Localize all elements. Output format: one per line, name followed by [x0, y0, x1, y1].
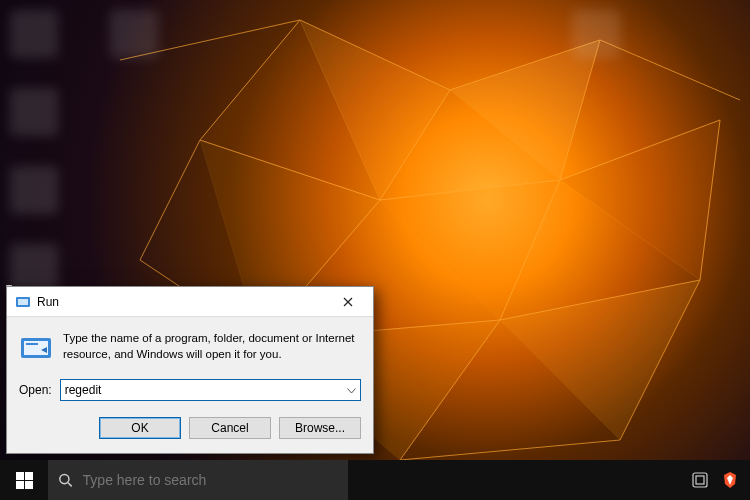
run-open-row: Open:	[7, 371, 373, 407]
run-button-row: OK Cancel Browse...	[7, 407, 373, 453]
desktop-icon[interactable]	[110, 10, 158, 58]
desktop-icon[interactable]	[10, 244, 58, 292]
desktop-icon[interactable]	[10, 10, 58, 58]
svg-marker-4	[500, 280, 700, 440]
svg-rect-40	[696, 476, 704, 484]
tray-brave-icon[interactable]	[720, 470, 740, 490]
run-title-icon	[15, 294, 31, 310]
run-body: Type the name of a program, folder, docu…	[7, 317, 373, 371]
svg-line-38	[68, 483, 72, 487]
svg-point-37	[60, 475, 69, 484]
svg-rect-35	[16, 481, 24, 489]
svg-marker-1	[450, 40, 600, 180]
svg-rect-36	[25, 481, 33, 489]
svg-rect-29	[18, 299, 28, 305]
chevron-down-icon[interactable]	[347, 383, 356, 397]
run-body-icon	[19, 331, 53, 365]
open-combobox[interactable]	[60, 379, 361, 401]
close-button[interactable]	[327, 288, 369, 316]
svg-marker-2	[380, 180, 560, 320]
cancel-button[interactable]: Cancel	[189, 417, 271, 439]
svg-line-11	[600, 40, 740, 100]
taskbar	[0, 460, 750, 500]
run-description: Type the name of a program, folder, docu…	[63, 331, 361, 365]
open-label: Open:	[19, 383, 52, 397]
svg-rect-39	[693, 473, 707, 487]
open-input[interactable]	[65, 383, 356, 397]
desktop-icon[interactable]	[10, 88, 58, 136]
windows-logo-icon	[16, 472, 33, 489]
svg-line-27	[140, 140, 200, 260]
system-tray	[680, 470, 750, 490]
svg-line-17	[400, 440, 620, 460]
svg-rect-33	[16, 472, 24, 480]
close-icon	[343, 297, 353, 307]
desktop-icons-column	[10, 10, 58, 292]
taskbar-search[interactable]	[48, 460, 348, 500]
svg-rect-34	[25, 472, 33, 480]
tray-app-icon[interactable]	[690, 470, 710, 490]
taskbar-search-input[interactable]	[83, 472, 338, 488]
run-titlebar[interactable]: Run	[7, 287, 373, 317]
svg-marker-3	[560, 120, 720, 280]
search-icon	[58, 472, 73, 488]
browse-button[interactable]: Browse...	[279, 417, 361, 439]
run-title: Run	[37, 295, 327, 309]
desktop-icon[interactable]	[572, 10, 620, 58]
desktop-icon[interactable]	[10, 166, 58, 214]
run-dialog: Run Type the name of a program, folder, …	[6, 286, 374, 454]
start-button[interactable]	[0, 460, 48, 500]
ok-button[interactable]: OK	[99, 417, 181, 439]
svg-rect-32	[26, 343, 38, 345]
